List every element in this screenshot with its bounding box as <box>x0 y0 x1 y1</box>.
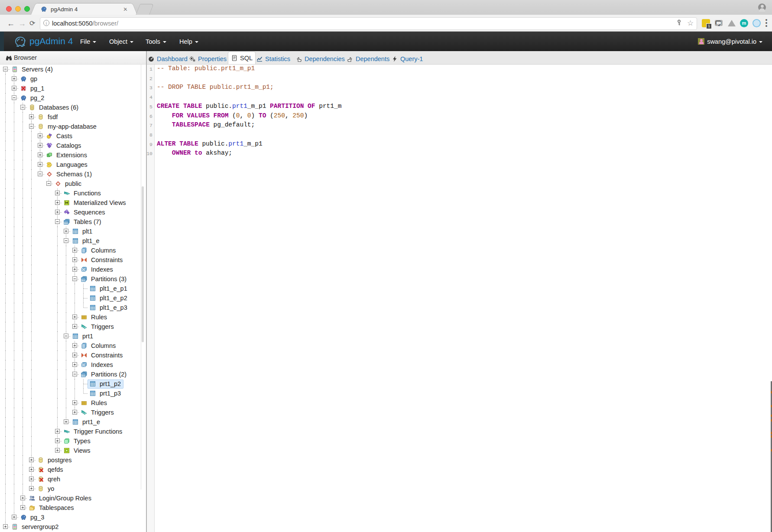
expand-icon[interactable] <box>20 496 25 500</box>
url-text[interactable]: localhost:5050/browser/ <box>52 20 118 27</box>
tree-item-rules[interactable]: Rules <box>0 398 146 408</box>
tab-dependents[interactable]: Dependents <box>347 54 389 64</box>
expand-icon[interactable] <box>72 362 77 367</box>
tree-item-qreh[interactable]: qreh <box>0 474 146 484</box>
tree-item-postgres[interactable]: postgres <box>0 455 146 465</box>
minimize-window-button[interactable] <box>15 6 21 12</box>
tree-item-servergroup2[interactable]: servergroup2 <box>0 522 146 532</box>
collapse-icon[interactable] <box>46 181 51 186</box>
expand-icon[interactable] <box>72 343 77 348</box>
expand-icon[interactable] <box>38 152 42 157</box>
tree-item-my-app-database[interactable]: my-app-database <box>0 122 146 131</box>
expand-icon[interactable] <box>72 410 77 415</box>
tree-item-triggers[interactable]: Triggers <box>0 322 146 331</box>
tree-item-constraints[interactable]: Constraints <box>0 255 146 265</box>
expand-icon[interactable] <box>55 429 60 434</box>
tab-close-icon[interactable]: ✕ <box>123 6 128 13</box>
expand-icon[interactable] <box>72 324 77 329</box>
tree-item-prt1-e[interactable]: prt1_e <box>0 417 146 427</box>
tree-item-prt1-p3[interactable]: prt1_p3 <box>0 389 146 398</box>
tree-item-tables-7-[interactable]: Tables (7) <box>0 217 146 227</box>
new-tab-button[interactable] <box>136 4 154 15</box>
expand-icon[interactable] <box>64 419 68 424</box>
expand-icon[interactable] <box>20 505 25 510</box>
tree-item-plt1[interactable]: plt1 <box>0 227 146 236</box>
tab-query-1[interactable]: Query-1 <box>391 54 423 64</box>
expand-icon[interactable] <box>38 133 42 138</box>
tab-dashboard[interactable]: Dashboard <box>148 54 188 64</box>
collapse-icon[interactable] <box>55 219 60 224</box>
collapse-icon[interactable] <box>72 372 77 376</box>
expand-icon[interactable] <box>72 353 77 357</box>
tree-item-catalogs[interactable]: Catalogs <box>0 141 146 150</box>
expand-icon[interactable] <box>72 267 77 272</box>
extension-icon[interactable]: 1 <box>702 19 710 27</box>
expand-icon[interactable] <box>55 448 60 453</box>
zoom-window-button[interactable] <box>24 6 30 12</box>
expand-icon[interactable] <box>3 524 8 529</box>
tree-item-public[interactable]: public <box>0 179 146 188</box>
expand-icon[interactable] <box>29 467 34 472</box>
tree-item-prt1[interactable]: prt1 <box>0 331 146 341</box>
collapse-icon[interactable] <box>3 67 8 71</box>
tree-item-triggers[interactable]: Triggers <box>0 408 146 417</box>
chat-extension-icon[interactable]: 🗨 <box>715 20 723 26</box>
page-info-icon[interactable]: i <box>43 20 49 26</box>
tree-item-qefds[interactable]: qefds <box>0 465 146 474</box>
profile-icon[interactable] <box>758 3 766 11</box>
tree-scrollbar-thumb[interactable] <box>142 186 144 342</box>
expand-icon[interactable] <box>72 400 77 405</box>
tab-sql[interactable]: SQL <box>228 52 256 64</box>
expand-icon[interactable] <box>29 486 34 491</box>
expand-icon[interactable] <box>72 257 77 262</box>
tree-item-databases-6-[interactable]: Databases (6) <box>0 103 146 112</box>
expand-icon[interactable] <box>12 86 16 91</box>
expand-icon[interactable] <box>29 457 34 462</box>
tree-item-sequences[interactable]: Sequences <box>0 208 146 217</box>
tree-item-tablespaces[interactable]: Tablespaces <box>0 503 146 513</box>
close-window-button[interactable] <box>6 6 12 12</box>
tree-item-columns[interactable]: Columns <box>0 246 146 255</box>
tab-properties[interactable]: Properties <box>189 54 227 64</box>
tree-item-materialized-views[interactable]: Materialized Views <box>0 198 146 208</box>
menu-tools[interactable]: Tools <box>146 38 166 45</box>
tree-item-constraints[interactable]: Constraints <box>0 350 146 360</box>
browser-menu-icon[interactable]: ••• <box>765 19 768 28</box>
expand-icon[interactable] <box>29 114 34 119</box>
tab-statistics[interactable]: Statistics <box>256 54 290 64</box>
tree-item-pg-2[interactable]: pg_2 <box>0 93 146 103</box>
key-icon[interactable] <box>676 19 682 27</box>
tree-item-columns[interactable]: Columns <box>0 341 146 350</box>
tree-item-plt1-e-p3[interactable]: plt1_e_p3 <box>0 303 146 312</box>
tree-item-views[interactable]: Views <box>0 446 146 455</box>
expand-icon[interactable] <box>29 477 34 481</box>
tree-item-casts[interactable]: Casts <box>0 131 146 141</box>
tab-dependencies[interactable]: Dependencies <box>295 54 345 64</box>
collapse-icon[interactable] <box>20 105 25 110</box>
collapse-icon[interactable] <box>29 124 34 129</box>
collapse-icon[interactable] <box>64 238 68 243</box>
collapse-icon[interactable] <box>38 172 42 176</box>
expand-icon[interactable] <box>64 229 68 234</box>
tree-item-servers-4-[interactable]: Servers (4) <box>0 65 146 74</box>
circle-extension-icon[interactable] <box>753 19 761 27</box>
menu-help[interactable]: Help <box>179 38 198 45</box>
expand-icon[interactable] <box>55 210 60 214</box>
back-icon[interactable]: ← <box>7 19 15 28</box>
forward-icon[interactable]: → <box>18 19 26 28</box>
tree-item-plt1-e[interactable]: plt1_e <box>0 236 146 246</box>
tree-item-yo[interactable]: yo <box>0 484 146 493</box>
bookmark-star-icon[interactable]: ☆ <box>687 19 694 28</box>
tree-item-partitions-2-[interactable]: Partitions (2) <box>0 370 146 379</box>
expand-icon[interactable] <box>55 191 60 195</box>
tree-item-plt1-e-p1[interactable]: plt1_e_p1 <box>0 284 146 293</box>
tree-item-pg-1[interactable]: pg_1 <box>0 84 146 93</box>
expand-icon[interactable] <box>72 315 77 319</box>
tree-item-rules[interactable]: Rules <box>0 312 146 322</box>
tree-item-pg-3[interactable]: pg_3 <box>0 513 146 522</box>
expand-icon[interactable] <box>55 200 60 205</box>
expand-icon[interactable] <box>72 248 77 253</box>
tree-item-prt1-p2[interactable]: prt1_p2 <box>0 379 146 389</box>
drive-extension-icon[interactable] <box>728 19 736 27</box>
tree-item-types[interactable]: Types <box>0 436 146 446</box>
